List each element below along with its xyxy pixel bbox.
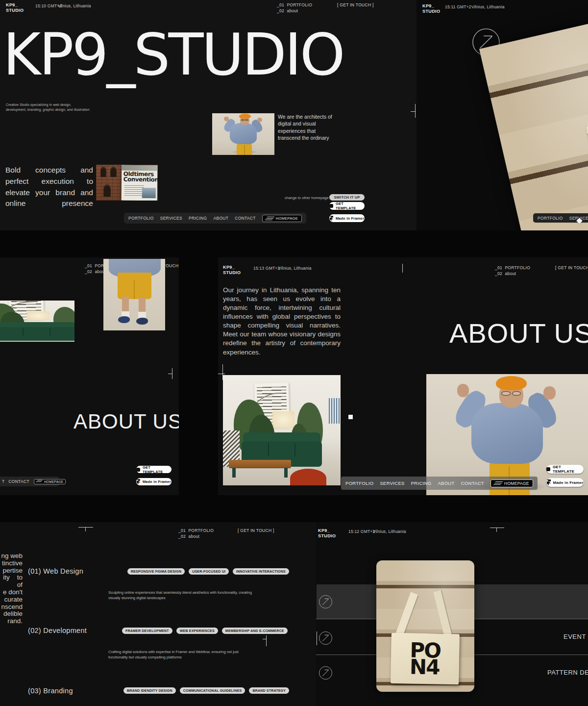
nav-about[interactable]: ABOUT: [438, 480, 454, 486]
get-template-button[interactable]: GET TEMPLATE: [546, 465, 584, 474]
switch-it-up-button[interactable]: SWITCH IT UP: [329, 194, 365, 201]
cut-line: ity to: [0, 574, 23, 581]
arrow-circle-icon[interactable]: [318, 595, 333, 609]
location-text: Vilnius, Lithuania: [58, 3, 91, 8]
logo-line1: KP9_: [223, 265, 235, 270]
oldtimers-poster-photo[interactable]: Oldtimers Convention: [96, 165, 158, 201]
service-name: Development: [43, 627, 87, 634]
clock-text: 15:12 GMT+2: [348, 529, 375, 534]
get-template-button[interactable]: GET TEMPLATE: [136, 466, 172, 473]
poster-title: Oldtimers Convention: [123, 171, 158, 183]
tag-pill[interactable]: COMMUNICATIONAL GUIDELINES: [180, 687, 245, 694]
orange-beanie: [496, 376, 527, 391]
tag-pill[interactable]: USER-FOCUSED UI: [189, 568, 229, 575]
crop-mark: [263, 639, 267, 639]
cut-line: ng web: [0, 553, 23, 560]
menu-portfolio-link[interactable]: _01 PORTFOLIO: [277, 2, 312, 7]
service-01-name[interactable]: (01) Web Design: [28, 567, 83, 575]
tag-pill[interactable]: BRAND STRATEGY: [249, 687, 289, 694]
crop-mark: [222, 364, 223, 380]
get-template-label: GET TEMPLATE: [336, 202, 365, 210]
crop-mark: [78, 527, 93, 528]
bold-statement: Bold concepts and perfect execution to e…: [5, 165, 93, 209]
get-in-touch-link[interactable]: [ GET IN TOUCH ]: [238, 528, 274, 533]
panel-about-cropped: _01 PORTFOLIO _02 about [ GET IN TOUCH ]: [0, 257, 179, 495]
tag-pill[interactable]: FRAMER DEVELOPMENT: [122, 628, 172, 634]
crop-mark: [317, 631, 317, 645]
window: [103, 184, 111, 197]
hand-left: [224, 117, 229, 121]
bottom-navbar: PORTFOLIO SERVICES PRICING ABOUT CONTACT…: [341, 477, 538, 490]
get-in-touch-link[interactable]: [ GET IN TOUCH ]: [337, 2, 374, 7]
nav-services[interactable]: SERVICES: [160, 216, 182, 221]
crop-mark: [402, 264, 403, 273]
site-logo[interactable]: KP9_STUDIO: [422, 3, 440, 14]
hand-right: [543, 386, 556, 400]
homepage-chip[interactable]: HOMEPAGE: [262, 215, 302, 222]
arrow-circle-icon[interactable]: [318, 666, 333, 680]
made-in-framer-label: Made in Framer: [336, 216, 364, 221]
site-logo[interactable]: KP9_STUDIO: [6, 2, 24, 13]
stone-wall-photo: PO N4: [479, 13, 588, 230]
homepage-chip[interactable]: HOMEPAGE: [34, 479, 66, 484]
portfolio-row-pattern-design[interactable]: PATTERN DESIGN: [547, 655, 588, 690]
location-text: Vilnius, Lithuania: [373, 529, 406, 534]
nav-portfolio[interactable]: PORTFOLIO: [345, 480, 373, 486]
nav-contact[interactable]: CONTACT: [461, 480, 484, 486]
tote-bag-project-photo[interactable]: PO N4: [376, 560, 474, 692]
made-in-framer-button[interactable]: Made in Framer: [546, 478, 584, 487]
yellow-pants: [237, 143, 252, 155]
coffee-table: [229, 460, 291, 468]
made-in-framer-label: Made in Framer: [143, 479, 171, 484]
nav-pricing[interactable]: PRICING: [189, 216, 207, 221]
poster-car-image: [142, 188, 156, 199]
menu-about-link[interactable]: _02 about: [495, 271, 516, 276]
cut-line: e don't: [0, 589, 23, 596]
service-03-name[interactable]: (03) Branding: [28, 687, 73, 695]
site-logo[interactable]: KP9_STUDIO: [223, 265, 241, 276]
nav-pricing[interactable]: PRICING: [411, 480, 432, 486]
poster-fineprint: [124, 185, 144, 196]
template-square-icon: [329, 204, 333, 208]
nav-contact-fragment[interactable]: T CONTACT: [2, 479, 29, 484]
get-in-touch-link[interactable]: [ GET IN TOUCH ]: [555, 265, 588, 270]
about-paragraph: Our journey in Lithuania, spanning ten y…: [223, 286, 341, 357]
nav-portfolio[interactable]: PORTFOLIO: [128, 216, 154, 221]
nav-portfolio[interactable]: PORTFOLIO: [538, 216, 563, 221]
nav-about[interactable]: ABOUT: [213, 216, 228, 221]
made-in-framer-button[interactable]: Made in Framer: [136, 478, 172, 485]
tag-pill[interactable]: WEB EXPERIENCES: [176, 628, 218, 634]
template-square-icon: [136, 468, 140, 472]
hero-title: KP9_STUDIO: [3, 25, 343, 83]
service-02-name[interactable]: (02) Development: [28, 627, 87, 634]
homepage-chip[interactable]: HOMEPAGE: [490, 479, 533, 487]
get-template-button[interactable]: GET TEMPLATE: [329, 202, 365, 210]
crop-mark: [266, 635, 267, 646]
tag-pill[interactable]: BRAND IDENDITY DESIGN: [123, 687, 176, 694]
lamp-shade: [272, 411, 295, 428]
menu-about-link[interactable]: _02 about: [178, 534, 199, 539]
tag-pill[interactable]: MEMBERSHIP AND E-COMMERCE: [222, 628, 288, 634]
nav-contact[interactable]: CONTACT: [235, 216, 256, 221]
tag-pill[interactable]: RESPONSIVE FIGMA DESIGN: [127, 568, 185, 575]
cut-line: pertise: [0, 567, 23, 575]
green-sofa: [0, 327, 74, 341]
arrow-circle-icon[interactable]: [318, 631, 333, 645]
hand-right: [257, 118, 262, 122]
table-leg: [284, 468, 288, 478]
nav-services[interactable]: SERVICES: [380, 480, 404, 486]
architects-text: We are the architects of digital and vis…: [278, 113, 336, 142]
tag-pill[interactable]: INNOVATIVE INTERACTIONS: [233, 568, 289, 575]
portfolio-row-event-design[interactable]: EVENT DESIGN: [564, 619, 588, 655]
table-leg: [232, 468, 236, 478]
logo-line2: STUDIO: [422, 9, 440, 14]
menu-portfolio-link[interactable]: _01 PORTFOLIO: [178, 528, 214, 533]
menu-about-link[interactable]: _02 about: [85, 269, 106, 274]
service-num: (01): [28, 567, 41, 575]
menu-about-link[interactable]: _02 about: [277, 8, 298, 13]
made-in-framer-button[interactable]: Made in Framer: [329, 214, 365, 222]
site-logo[interactable]: KP9_STUDIO: [318, 528, 336, 539]
menu-portfolio-link[interactable]: _01 PORTFOLIO: [495, 265, 530, 270]
service-02-tags: FRAMER DEVELOPMENT WEB EXPERIENCES MEMBE…: [122, 628, 288, 634]
person-photo-small[interactable]: [212, 113, 274, 155]
